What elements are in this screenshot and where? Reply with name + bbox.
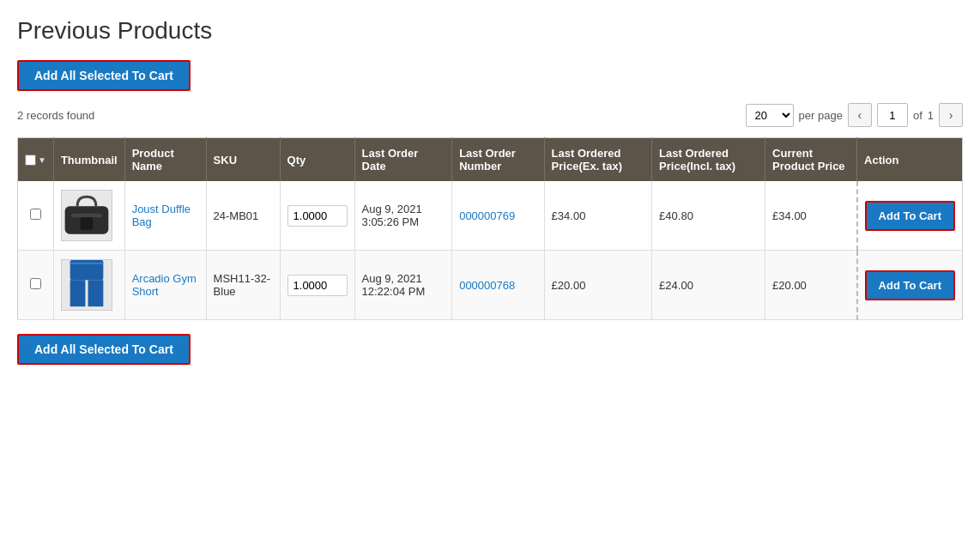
th-qty: Qty bbox=[280, 138, 354, 182]
row-checkbox-cell[interactable] bbox=[18, 181, 54, 251]
products-table: ▼ Thumbnail Product Name SKU Qty Last Or… bbox=[17, 137, 963, 320]
row-checkbox-cell[interactable] bbox=[18, 251, 54, 320]
table-row: Arcadio Gym Short MSH11-32-Blue Aug 9, 2… bbox=[18, 251, 963, 320]
svg-rect-1 bbox=[71, 214, 102, 217]
product-link-0[interactable]: Joust Duffle Bag bbox=[132, 203, 191, 228]
th-thumbnail: Thumbnail bbox=[53, 138, 124, 182]
add-to-cart-button-1[interactable]: Add To Cart bbox=[865, 270, 955, 300]
th-action: Action bbox=[857, 138, 963, 182]
th-last-order-date: Last Order Date bbox=[354, 138, 452, 182]
row-sku-cell: MSH11-32-Blue bbox=[206, 251, 280, 320]
svg-rect-2 bbox=[81, 217, 94, 229]
row-thumbnail-cell bbox=[53, 181, 124, 251]
row-qty-cell[interactable] bbox=[280, 181, 354, 251]
row-action-cell[interactable]: Add To Cart bbox=[857, 251, 963, 320]
records-bar: 2 records found 20 50 100 per page ‹ of … bbox=[17, 103, 963, 127]
row-price-incl-cell: £40.80 bbox=[652, 181, 765, 251]
add-to-cart-button-0[interactable]: Add To Cart bbox=[865, 201, 955, 231]
th-last-order-number: Last Order Number bbox=[452, 138, 544, 182]
row-price-ex-cell: £34.00 bbox=[544, 181, 652, 251]
row-checkbox-1[interactable] bbox=[30, 278, 41, 289]
th-last-price-incl: Last Ordered Price(Incl. tax) bbox=[652, 138, 765, 182]
th-current-price: Current Product Price bbox=[765, 138, 857, 182]
next-page-button[interactable]: › bbox=[939, 103, 963, 127]
order-link-1[interactable]: 000000768 bbox=[459, 279, 515, 292]
svg-marker-5 bbox=[88, 280, 103, 306]
row-action-cell[interactable]: Add To Cart bbox=[857, 181, 963, 251]
page-title: Previous Products bbox=[17, 17, 963, 45]
of-label: of bbox=[913, 109, 923, 122]
product-thumbnail-1 bbox=[61, 259, 112, 311]
th-select-all[interactable]: ▼ bbox=[18, 138, 54, 182]
qty-input-1[interactable] bbox=[287, 275, 348, 296]
row-sku-cell: 24-MB01 bbox=[206, 181, 280, 251]
total-pages: 1 bbox=[928, 109, 934, 122]
row-date-cell: Aug 9, 2021 12:22:04 PM bbox=[354, 251, 452, 320]
th-sku: SKU bbox=[206, 138, 280, 182]
order-link-0[interactable]: 000000769 bbox=[459, 209, 515, 222]
prev-page-button[interactable]: ‹ bbox=[848, 103, 872, 127]
table-row: Joust Duffle Bag 24-MB01 Aug 9, 2021 3:0… bbox=[18, 181, 963, 251]
row-date-cell: Aug 9, 2021 3:05:26 PM bbox=[354, 181, 452, 251]
row-price-incl-cell: £24.00 bbox=[652, 251, 765, 320]
row-product-name-cell[interactable]: Joust Duffle Bag bbox=[124, 181, 206, 251]
th-last-price-ex: Last Ordered Price(Ex. tax) bbox=[544, 138, 652, 182]
row-thumbnail-cell bbox=[53, 251, 124, 320]
row-qty-cell[interactable] bbox=[280, 251, 354, 320]
qty-input-0[interactable] bbox=[287, 205, 348, 227]
records-count: 2 records found bbox=[17, 109, 94, 122]
select-all-checkbox[interactable] bbox=[25, 154, 36, 166]
page-number-input[interactable] bbox=[877, 103, 908, 127]
add-all-top-button[interactable]: Add All Selected To Cart bbox=[17, 60, 191, 91]
row-current-price-cell: £34.00 bbox=[765, 181, 857, 251]
th-product-name: Product Name bbox=[124, 138, 206, 182]
per-page-label: per page bbox=[799, 109, 843, 122]
select-dropdown-arrow[interactable]: ▼ bbox=[38, 155, 46, 165]
per-page-dropdown[interactable]: 20 50 100 bbox=[746, 104, 794, 127]
row-order-number-cell[interactable]: 000000768 bbox=[452, 251, 544, 320]
row-product-name-cell[interactable]: Arcadio Gym Short bbox=[124, 251, 206, 320]
row-current-price-cell: £20.00 bbox=[765, 251, 857, 320]
bottom-bar: Add All Selected To Cart bbox=[17, 334, 963, 377]
per-page-selector[interactable]: 20 50 100 per page bbox=[746, 104, 843, 127]
add-all-bottom-button[interactable]: Add All Selected To Cart bbox=[17, 334, 191, 365]
product-thumbnail-0 bbox=[61, 190, 112, 241]
row-price-ex-cell: £20.00 bbox=[544, 251, 652, 320]
product-link-1[interactable]: Arcadio Gym Short bbox=[132, 272, 197, 298]
pagination-controls: 20 50 100 per page ‹ of 1 › bbox=[746, 103, 963, 127]
row-checkbox-0[interactable] bbox=[30, 209, 41, 220]
svg-marker-4 bbox=[70, 280, 86, 306]
row-order-number-cell[interactable]: 000000769 bbox=[452, 181, 544, 251]
